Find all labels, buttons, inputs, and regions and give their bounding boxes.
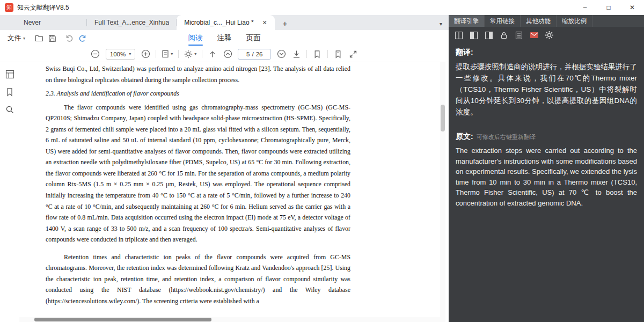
lock-panel-button[interactable] [499,31,509,40]
pdf-page: Swiss Buqi Co., Ltd, Switzerland) was pe… [19,62,440,322]
tab-label: Microbial_c..._Hui Liao * [184,19,253,26]
brightness-dropdown[interactable]: ▾ [184,48,196,60]
new-tab-button[interactable]: + [278,17,292,30]
circle-minus-icon [91,49,100,58]
menubar: 文件 ▾ 阅读 注释 页面 [0,30,449,46]
source-hint: 可修改后右键重新翻译 [477,133,536,141]
toolbar-separator [156,50,156,58]
zoom-level-value: 100% [110,51,126,57]
horizontal-scrollbar[interactable] [19,317,440,322]
circle-plus-icon [141,49,150,58]
translation-label: 翻译: [456,48,637,57]
document-paragraph[interactable]: Retention times and characteristic ion p… [46,252,350,307]
tab-never[interactable]: Never [16,15,87,30]
source-label-row: 原文: 可修改后右键重新翻译 [456,132,637,142]
page-total: 26 [256,51,263,57]
app-logo-icon: 知 [5,3,13,12]
pages-button[interactable] [514,31,524,40]
vertical-scrollbar[interactable] [440,62,445,322]
left-rail [0,62,19,322]
panel-icon-row [449,27,644,42]
left-pane-filled-icon [470,31,478,40]
fullscreen-button[interactable] [348,48,358,60]
bookmark-lines-icon [334,50,342,58]
horizontal-scrollbar-thumb[interactable] [34,318,211,321]
bookmark-icon [5,87,14,97]
document-paragraph[interactable]: The flavor compounds were identified usi… [46,102,350,245]
tab-zoom-ratio[interactable]: 缩放比例 [557,15,592,27]
tab-read[interactable]: 阅读 [188,30,203,46]
maximize-button[interactable]: □ [597,0,620,15]
layout-split-button[interactable] [454,31,464,40]
tab-annotate[interactable]: 注释 [217,30,232,46]
download-icon [292,50,301,58]
next-page-button[interactable] [276,48,286,60]
vertical-scrollbar-thumb[interactable] [441,105,445,131]
chevron-down-icon: ▾ [171,52,173,56]
zoom-in-button[interactable] [141,48,150,60]
tab-common-links[interactable]: 常用链接 [485,15,521,27]
translation-text: 提取步骤按照制造商的说明进行，并根据实验结果进行了一些修改。具体来说，我们在70… [456,61,637,118]
translation-panel: 翻译引擎 常用链接 其他功能 缩放比例 [449,15,644,322]
thumbnails-icon [5,70,14,79]
tab-fulltext[interactable]: Full Text_A...ence_Xinhua [87,15,177,30]
scroll-to-top-button[interactable] [208,48,217,60]
mail-icon [530,31,539,39]
app-window: 知 知云文献翻译V8.5 – □ ✕ Never Full Text_A...e… [0,0,644,322]
lock-icon [500,31,508,40]
bookmarks-button[interactable] [4,86,15,97]
brightness-icon [184,50,193,58]
page-separator: / [252,51,253,57]
previous-page-button[interactable] [223,48,232,60]
circle-chevron-up-icon [223,49,232,58]
document-paragraph[interactable]: Swiss Buqi Co., Ltd, Switzerland) was pe… [46,63,350,85]
titlebar: 知 知云文献翻译V8.5 – □ ✕ [0,0,644,15]
section-heading[interactable]: 2.3. Analysis and identification of flav… [46,88,350,99]
close-button[interactable]: ✕ [620,0,644,15]
split-pane-icon [455,31,463,40]
tab-label: Never [24,19,41,26]
page-layout-dropdown[interactable]: ▾ [162,48,173,60]
tab-close-icon[interactable]: ✕ [262,19,267,26]
search-button[interactable] [4,104,15,115]
tab-microbial-active[interactable]: Microbial_c..._Hui Liao * ✕ [177,15,275,30]
bookmark-icon [313,50,321,58]
chevron-down-icon: ▾ [194,52,196,56]
right-pane-filled-icon [485,31,493,40]
toolbar-separator [178,50,179,58]
feedback-mail-button[interactable] [529,31,539,40]
pdf-text-layer[interactable]: Swiss Buqi Co., Ltd, Switzerland) was pe… [46,63,350,322]
layout-left-pane-button[interactable] [469,31,479,40]
app-title: 知云文献翻译V8.5 [17,3,69,12]
zoom-level-dropdown[interactable]: 100% ▾ [106,49,135,60]
document-lines-icon [515,31,523,40]
toolbar-separator [306,50,307,58]
source-text[interactable]: The extraction steps were carried out ac… [456,145,637,208]
pdf-toolbar: 100% ▾ ▾ ▾ 5 / 26 [0,46,449,62]
tab-page[interactable]: 页面 [246,30,261,46]
gear-icon [545,31,554,40]
settings-button[interactable] [544,31,554,40]
tab-translation-engine[interactable]: 翻译引擎 [449,15,485,27]
view-mode-tabs: 阅读 注释 页面 [0,30,449,46]
thumbnails-button[interactable] [4,69,15,79]
tab-label: Full Text_A...ence_Xinhua [94,19,169,26]
layout-right-pane-button[interactable] [484,31,494,40]
tab-overflow-chevron-icon[interactable]: ▾ [440,21,442,27]
page-number-input[interactable]: 5 / 26 [238,49,271,60]
window-controls: – □ ✕ [573,0,644,15]
search-icon [5,105,14,114]
add-bookmark-button[interactable] [312,48,322,60]
arrow-up-icon [208,50,217,58]
download-button[interactable] [291,48,301,60]
tab-other-functions[interactable]: 其他功能 [521,15,557,27]
zoom-out-button[interactable] [91,48,100,60]
minimize-button[interactable]: – [573,0,597,15]
page-layout-icon [162,50,169,58]
toolbar-separator [202,50,202,58]
chevron-down-icon: ▾ [129,52,131,56]
document-tabstrip: Never Full Text_A...ence_Xinhua Microbia… [0,15,449,30]
page-current: 5 [246,51,250,57]
bookmark-list-button[interactable] [333,48,343,60]
toolbar-separator [327,50,328,58]
